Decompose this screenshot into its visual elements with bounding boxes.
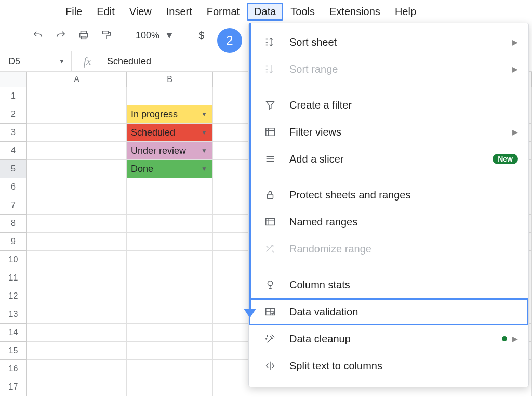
cell[interactable] [127, 233, 213, 251]
menu-item-label: Sort sheet [289, 36, 512, 48]
cell[interactable] [127, 360, 213, 378]
menu-file[interactable]: File [58, 3, 89, 21]
select-all-corner[interactable] [0, 72, 27, 87]
print-button[interactable] [75, 26, 92, 44]
name-box[interactable]: D5 ▼ [0, 51, 72, 71]
menu-item-label: Add a slicer [289, 153, 493, 165]
chevron-down-icon: ▼ [59, 58, 65, 65]
menu-item-column-stats[interactable]: Column stats [249, 271, 528, 298]
cell[interactable] [27, 269, 127, 287]
cell[interactable] [27, 342, 127, 360]
cell[interactable]: In progress▼ [127, 105, 213, 124]
menu-separator [249, 87, 528, 87]
zoom-dropdown[interactable]: 100% ▼ [136, 30, 174, 41]
menu-item-label: Named ranges [289, 216, 518, 228]
menu-view[interactable]: View [122, 3, 159, 21]
cell[interactable] [127, 251, 213, 269]
cell[interactable] [127, 342, 213, 360]
dropdown-chip[interactable]: In progress▼ [127, 105, 212, 123]
chip-label: Done [131, 164, 153, 175]
cell[interactable] [127, 378, 213, 396]
menu-item-label: Randomize range [289, 243, 518, 255]
undo-button[interactable] [29, 26, 47, 44]
menu-item-protect[interactable]: Protect sheets and ranges [249, 181, 528, 208]
row-header[interactable]: 15 [0, 342, 27, 360]
row-header[interactable]: 12 [0, 287, 27, 305]
row-header[interactable]: 8 [0, 215, 27, 233]
row-header[interactable]: 1 [0, 87, 27, 105]
cell[interactable] [127, 215, 213, 233]
cell[interactable] [127, 269, 213, 287]
menu-data[interactable]: Data [247, 3, 283, 21]
cell[interactable] [27, 215, 127, 233]
cell[interactable] [127, 87, 213, 105]
menu-insert[interactable]: Insert [159, 3, 200, 21]
row-header[interactable]: 5 [0, 160, 27, 178]
cell[interactable] [27, 305, 127, 324]
row-header[interactable]: 16 [0, 360, 27, 378]
menu-item-label: Data cleanup [289, 333, 502, 345]
cell[interactable] [27, 160, 127, 178]
row-header[interactable]: 3 [0, 124, 27, 142]
svg-rect-5 [268, 194, 273, 198]
cell[interactable] [27, 324, 127, 342]
data-cleanup-icon [263, 332, 277, 345]
menu-item-named-ranges[interactable]: Named ranges [249, 208, 528, 235]
dropdown-chip[interactable]: Done▼ [127, 160, 212, 178]
menu-item-sort-sheet[interactable]: Sort sheet▶ [249, 29, 528, 56]
row-header[interactable]: 2 [0, 105, 27, 124]
chip-label: Scheduled [131, 127, 175, 138]
menu-item-label: Sort range [289, 63, 512, 75]
row-header[interactable]: 10 [0, 251, 27, 269]
cell[interactable] [127, 287, 213, 305]
cell[interactable]: Done▼ [127, 160, 213, 178]
cell[interactable]: Under review▼ [127, 142, 213, 160]
redo-button[interactable] [52, 26, 70, 44]
cell[interactable] [27, 105, 127, 124]
cell[interactable] [27, 287, 127, 305]
row-header[interactable]: 9 [0, 233, 27, 251]
cell[interactable] [127, 196, 213, 215]
dropdown-chip[interactable]: Scheduled▼ [127, 124, 212, 141]
row-header[interactable]: 7 [0, 196, 27, 215]
cell[interactable] [27, 178, 127, 196]
cell[interactable] [27, 360, 127, 378]
chip-label: In progress [131, 109, 178, 120]
row-header[interactable]: 17 [0, 378, 27, 396]
menu-extensions[interactable]: Extensions [322, 3, 388, 21]
dropdown-chip[interactable]: Under review▼ [127, 142, 212, 159]
paint-format-button[interactable] [98, 26, 115, 44]
zoom-value: 100% [136, 30, 159, 41]
column-header[interactable]: B [127, 72, 213, 87]
row-header[interactable]: 4 [0, 142, 27, 160]
menu-help[interactable]: Help [388, 3, 423, 21]
cell[interactable] [127, 178, 213, 196]
column-header[interactable]: A [27, 72, 127, 87]
row-header[interactable]: 13 [0, 305, 27, 324]
menu-format[interactable]: Format [200, 3, 247, 21]
data-validation-icon [263, 305, 277, 318]
cell[interactable] [27, 196, 127, 215]
cell[interactable]: Scheduled▼ [127, 124, 213, 142]
cell[interactable] [27, 251, 127, 269]
menu-item-data-cleanup[interactable]: Data cleanup▶ [249, 325, 528, 352]
menu-item-create-filter[interactable]: Create a filter [249, 91, 528, 118]
menu-item-split-text[interactable]: Split text to columns [249, 352, 528, 379]
menu-tools[interactable]: Tools [283, 3, 322, 21]
row-header[interactable]: 6 [0, 178, 27, 196]
cell[interactable] [27, 142, 127, 160]
menu-item-data-validation[interactable]: Data validation [249, 298, 528, 325]
cell[interactable] [27, 378, 127, 396]
row-header[interactable]: 11 [0, 269, 27, 287]
cell[interactable] [27, 233, 127, 251]
menu-item-add-slicer[interactable]: Add a slicerNew [249, 145, 528, 172]
currency-button[interactable]: $ [194, 30, 209, 42]
cell[interactable] [27, 87, 127, 105]
svg-rect-2 [81, 36, 86, 39]
menu-edit[interactable]: Edit [89, 3, 122, 21]
cell[interactable] [127, 324, 213, 342]
cell[interactable] [27, 124, 127, 142]
row-header[interactable]: 14 [0, 324, 27, 342]
cell[interactable] [127, 305, 213, 324]
menu-item-filter-views[interactable]: Filter views▶ [249, 118, 528, 145]
